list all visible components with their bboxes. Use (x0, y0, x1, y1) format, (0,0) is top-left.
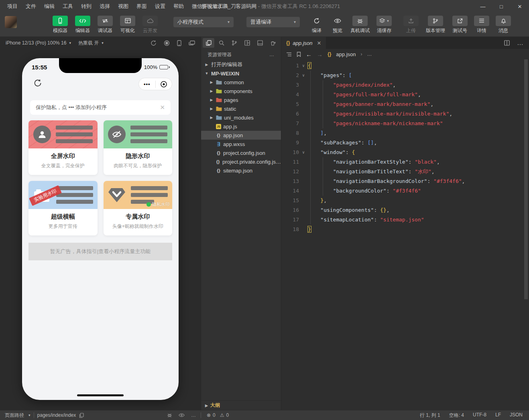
code-line[interactable]: 15 }, (281, 196, 529, 205)
tree-folder-uni_modules[interactable]: ▶uni_modules (201, 113, 281, 122)
clear-cache-button[interactable]: ▾ 清缓存 (373, 16, 395, 34)
close-icon[interactable]: ✕ (160, 104, 165, 111)
menu-item[interactable]: 界面 (132, 0, 151, 13)
page-path-label[interactable]: 页面路径 (5, 412, 24, 419)
status-item[interactable]: JSON (510, 412, 523, 419)
fold-icon[interactable]: ∨ (299, 71, 308, 80)
mode-dropdown[interactable]: 小程序模式 ▾ (173, 17, 234, 27)
record-icon[interactable] (164, 40, 170, 46)
menu-item[interactable]: 选择 (96, 0, 114, 13)
bookmark-icon[interactable] (297, 52, 301, 57)
card-super-banner[interactable]: 实验用水印 超级横幅 更多用于宣传 (28, 181, 98, 235)
more-icon[interactable]: … (269, 52, 275, 57)
status-item[interactable]: UTF-8 (473, 412, 486, 419)
card-invisible-watermark[interactable]: 隐形水印 肉眼不可见，隐形保护 (104, 120, 173, 175)
minimize-button[interactable]: — (474, 0, 492, 13)
card-fullscreen-watermark[interactable]: 全屏水印 全文覆盖，完全保护 (28, 120, 98, 175)
code-line[interactable]: 5 "pages/banner-mark/banner-mark", (281, 99, 529, 109)
menu-item[interactable]: 设置 (151, 0, 169, 13)
compile-button[interactable]: 编译 (307, 16, 326, 34)
device-selector[interactable]: iPhone 12/13 (Pro) 100% 16 ▾ (6, 40, 71, 46)
code-line[interactable]: 8 ], (281, 128, 529, 138)
remote-debug-button[interactable]: 真机调试 (349, 16, 371, 34)
menu-item[interactable]: 视图 (114, 0, 132, 13)
details-button[interactable]: 详情 (472, 16, 491, 34)
code-line[interactable]: 1∨{ (281, 61, 529, 71)
code-line[interactable]: 7 "pages/nickname-mark/nickname-mark" (281, 119, 529, 128)
code-line[interactable]: 12 "navigationBarTitleText": "水印", (281, 167, 529, 177)
card-exclusive-watermark[interactable]: 隐私水印 专属水印 头像+昵称就能制作水印 (104, 181, 173, 235)
bug-icon[interactable] (167, 413, 172, 418)
code-line[interactable]: 10∨ "window": { (281, 148, 529, 157)
close-button[interactable]: ✕ (511, 0, 529, 13)
code-line[interactable]: 13 "navigationBarBackgroundColor": "#f3f… (281, 177, 529, 186)
code-line[interactable]: 9 "subPackages": [], (281, 138, 529, 148)
code-line[interactable]: 16 "usingComponents": {}, (281, 205, 529, 215)
code-area[interactable]: 1∨{2∨ "pages": [3 "pages/index/index",4 … (281, 59, 529, 410)
tree-file-project.private.config.js[interactable]: {}project.private.config.js… (201, 157, 281, 166)
tree-section[interactable]: ▶打开的编辑器 (201, 60, 281, 69)
code-line[interactable]: 6 "pages/invisible-mark/invisible-mark", (281, 109, 529, 119)
search-icon[interactable] (216, 38, 227, 48)
multi-window-icon[interactable] (189, 41, 195, 46)
status-item[interactable]: LF (495, 412, 501, 419)
more-menu-button[interactable]: ••• (139, 81, 155, 87)
code-line[interactable]: 18} (281, 225, 529, 234)
problems-indicator[interactable]: ⊗ 0 ⚠ 0 (201, 412, 234, 418)
more-icon[interactable]: … (191, 412, 196, 418)
code-line[interactable]: 14 "backgroundColor": "#f3f4f6" (281, 186, 529, 196)
copy-icon[interactable] (79, 413, 84, 418)
simulator-button[interactable]: 模拟器 (51, 16, 70, 34)
tree-folder-components[interactable]: ▶components (201, 87, 281, 95)
upload-button[interactable]: 上传 (401, 16, 421, 34)
code-line[interactable]: 11 "navigationBarTextStyle": "black", (281, 157, 529, 167)
git-branch-icon[interactable] (228, 38, 240, 48)
test-account-button[interactable]: 测试号 (450, 16, 470, 34)
device-frame-icon[interactable] (177, 40, 181, 46)
forward-icon[interactable]: → (317, 51, 323, 58)
outline-section[interactable]: ▶ 大纲 (201, 400, 281, 410)
menu-item[interactable]: 编辑 (40, 0, 59, 13)
tree-folder-static[interactable]: ▶static (201, 104, 281, 113)
breadcrumb-more[interactable]: … (367, 51, 372, 57)
menu-item[interactable]: 转到 (77, 0, 96, 13)
split-editor-icon[interactable] (504, 40, 510, 46)
code-line[interactable]: 2∨ "pages": [ (281, 71, 529, 80)
maximize-button[interactable]: □ (492, 0, 511, 13)
tree-file-app.json[interactable]: {}app.json (201, 131, 281, 140)
hot-reload-toggle[interactable]: 热重载 开 ▾ (78, 40, 104, 47)
editor-button[interactable]: 编辑器 (73, 16, 92, 34)
tab-app-json[interactable]: {} app.json ✕ (281, 37, 326, 49)
status-item[interactable]: 空格: 4 (449, 412, 464, 419)
back-icon[interactable]: ← (306, 51, 312, 58)
tree-folder-common[interactable]: ▶common (201, 78, 281, 87)
menu-item[interactable]: 项目 (3, 0, 22, 13)
debugger-button[interactable]: 调试器 (96, 16, 115, 34)
cloud-dev-button[interactable]: 云开发 (140, 16, 160, 34)
tree-section[interactable]: ▼MP-WEIXIN (201, 69, 281, 78)
tree-folder-pages[interactable]: ▶pages (201, 95, 281, 104)
preview-button[interactable]: 预览 (328, 16, 347, 34)
rotate-icon[interactable] (151, 40, 157, 46)
menu-item[interactable]: 文件 (22, 0, 40, 13)
outline-list-icon[interactable] (286, 52, 292, 57)
visual-button[interactable]: 可视化 (118, 16, 137, 34)
code-line[interactable]: 3 "pages/index/index", (281, 80, 529, 90)
eye-icon[interactable] (179, 413, 185, 417)
compile-mode-dropdown[interactable]: 普通编译 ▾ (246, 17, 300, 27)
fold-icon[interactable]: ∨ (299, 148, 308, 157)
scrollbar[interactable] (524, 59, 528, 299)
tree-file-app.js[interactable]: JSapp.js (201, 122, 281, 131)
version-control-button[interactable]: 版本管理 (423, 16, 448, 34)
close-icon[interactable]: ✕ (317, 40, 321, 46)
fold-icon[interactable]: ∨ (299, 61, 308, 71)
layout-icon[interactable] (241, 38, 253, 48)
status-item[interactable]: 行 1, 列 1 (420, 412, 440, 419)
menu-item[interactable]: 帮助 (169, 0, 188, 13)
code-line[interactable]: 4 "pages/full-mark/full-mark", (281, 90, 529, 99)
more-icon[interactable]: … (517, 39, 523, 47)
kettle-icon[interactable] (267, 38, 279, 48)
tree-file-sitemap.json[interactable]: {}sitemap.json (201, 166, 281, 175)
page-refresh-icon[interactable] (33, 79, 42, 87)
avatar[interactable] (5, 16, 17, 28)
